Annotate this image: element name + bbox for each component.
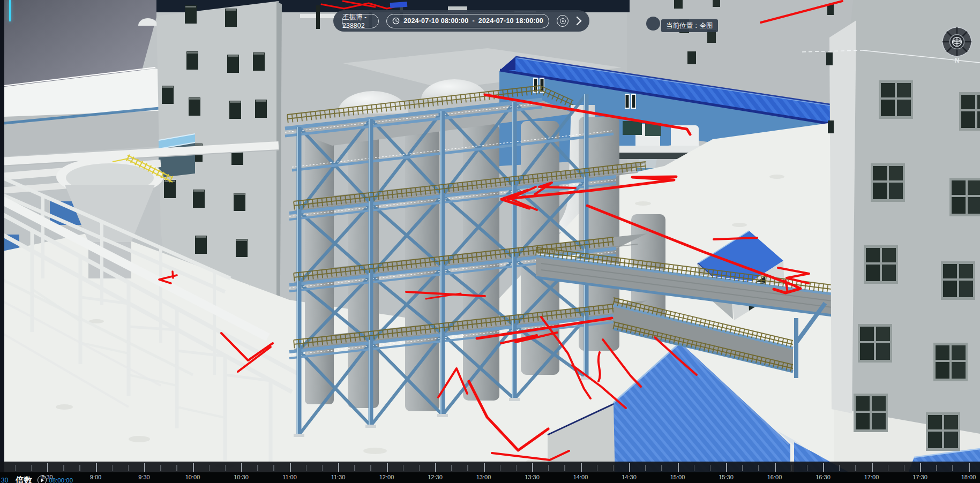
timeline-tick [920, 463, 921, 472]
timeline-tick [273, 465, 274, 471]
play-icon[interactable] [38, 476, 47, 483]
app-viewport: N 王振博 - 238802 2024-07-10 08:00:00 - 202… [0, 0, 980, 483]
timeline-tick [79, 465, 80, 471]
timeline-tick [904, 465, 905, 471]
timeline-tick [564, 465, 565, 471]
timeline-tick [613, 465, 614, 471]
timeline-tick [742, 465, 743, 471]
timeline-tick [47, 463, 48, 472]
timeline-tick [678, 463, 679, 472]
timeline-tick [15, 465, 16, 471]
playback-controls: 30 倍数 08:00:00 [0, 473, 73, 483]
time-start: 2024-07-10 08:00:00 [403, 17, 468, 25]
timeline-label: 10:00 [185, 474, 200, 480]
timeline-tick [791, 465, 792, 471]
timeline-tick [969, 463, 970, 472]
timeline-tick [645, 465, 646, 471]
viewport-edge-strip [0, 0, 4, 483]
timeline-tick [855, 465, 856, 471]
timeline-tick [484, 463, 485, 472]
timeline-label: 14:30 [622, 474, 637, 480]
timeline-label: 12:00 [379, 474, 394, 480]
person-pill[interactable]: 王振博 - 238802 [342, 14, 379, 28]
right-building [826, 0, 980, 451]
timeline-tick [419, 465, 420, 471]
timeline-tick [872, 463, 873, 472]
timeline-tick [532, 463, 533, 472]
timeline-tick [581, 463, 582, 472]
badge-left-circle [646, 17, 660, 31]
timeline-label: 13:30 [525, 474, 540, 480]
timeline-tick [257, 465, 258, 471]
timeline-label: 10:30 [234, 474, 249, 480]
timeline-tick [758, 465, 759, 471]
timeline-tick [451, 465, 452, 471]
timeline-tick [435, 463, 436, 472]
timeline-ticks[interactable] [0, 462, 980, 472]
timeline-tick [629, 463, 630, 472]
speed-label: 倍数 [16, 475, 32, 483]
timeline-tick [63, 465, 64, 471]
timeline-tick [370, 465, 371, 471]
timeline-tick [193, 463, 194, 472]
time-separator: - [472, 17, 474, 25]
speed-value[interactable]: 30 [1, 477, 8, 483]
timeline-tick [823, 463, 824, 472]
timeline-tick [403, 465, 404, 471]
timeline-label: 13:00 [476, 474, 491, 480]
top-search-bar: 王振博 - 238802 2024-07-10 08:00:00 - 2024-… [333, 10, 589, 32]
clock-icon [392, 17, 400, 25]
timeline-tick [710, 465, 711, 471]
timeline-tick [209, 465, 210, 471]
current-time-label: 08:00:00 [49, 477, 73, 483]
timeline-label: 14:00 [573, 474, 588, 480]
target-icon[interactable] [557, 15, 568, 27]
timeline-tick [888, 465, 889, 471]
time-end: 2024-07-10 18:00:00 [478, 17, 543, 25]
timeline-tick [661, 465, 662, 471]
timeline-label: 9:00 [90, 474, 101, 480]
timeline-tick [176, 465, 177, 471]
timeline-tick [31, 465, 32, 471]
timeline-labels: 8:309:009:3010:0010:3011:0011:3012:0012:… [0, 472, 980, 483]
timeline-tick [952, 465, 953, 471]
timeline-tick [387, 463, 388, 472]
timeline[interactable]: 8:309:009:3010:0010:3011:0011:3012:0012:… [0, 462, 980, 483]
timeline-tick [726, 463, 727, 472]
timeline-tick [290, 463, 291, 472]
chevron-right-icon[interactable] [576, 16, 582, 26]
timeline-tick [241, 463, 242, 472]
timeline-tick [839, 465, 840, 471]
timeline-tick [306, 465, 307, 471]
compass-north-label: N [955, 57, 960, 64]
timeline-tick [775, 463, 776, 472]
timeline-label: 15:00 [670, 474, 685, 480]
3d-scene[interactable]: N [0, 0, 980, 483]
timeline-tick [225, 465, 226, 471]
timeline-tick [694, 465, 695, 471]
timeline-label: 15:30 [719, 474, 734, 480]
timeline-tick [354, 465, 355, 471]
timeline-tick [112, 465, 113, 471]
person-label: 王振博 - 238802 [342, 13, 378, 29]
current-location-label: 当前位置：全图 [666, 21, 713, 31]
timeline-tick [160, 465, 161, 471]
timeline-label: 11:30 [331, 474, 346, 480]
timeline-tick [500, 465, 501, 471]
timeline-label: 9:30 [138, 474, 149, 480]
timeline-tick [807, 465, 808, 471]
timeline-label: 17:30 [912, 474, 927, 480]
timeline-label: 18:00 [961, 474, 976, 480]
timeline-playhead[interactable] [9, 0, 11, 21]
timeline-label: 16:30 [816, 474, 831, 480]
timeline-tick [338, 463, 339, 472]
timeline-label: 11:00 [282, 474, 297, 480]
timeline-tick [548, 465, 549, 471]
timeline-tick [467, 465, 468, 471]
timeline-tick [322, 465, 323, 471]
time-range-pill[interactable]: 2024-07-10 08:00:00 - 2024-07-10 18:00:0… [386, 14, 549, 28]
timeline-tick [936, 465, 937, 471]
current-location-badge: 当前位置：全图 [661, 19, 718, 32]
timeline-label: 17:00 [864, 474, 879, 480]
timeline-tick [597, 465, 598, 471]
